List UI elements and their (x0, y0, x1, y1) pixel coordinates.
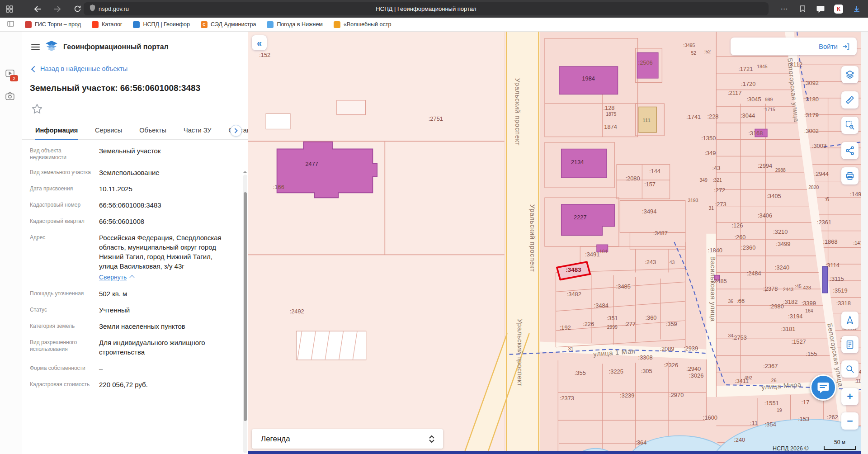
tab-Объекты[interactable]: Объекты (139, 127, 166, 134)
notification-badge: 2 (10, 75, 18, 81)
menu-hamburger[interactable] (31, 44, 40, 50)
tab-Информация[interactable]: Информация (35, 127, 78, 134)
map-tool-share-button[interactable] (841, 142, 859, 159)
map-tool-layers-button[interactable] (841, 66, 859, 83)
zoom-out-button[interactable]: − (841, 412, 859, 430)
bookmark-item[interactable]: Каталог (92, 21, 122, 28)
chat-panel-icon[interactable] (813, 1, 828, 17)
bookmark-item[interactable]: ГИС Торги – прод (25, 21, 81, 28)
map-label: :277 (624, 321, 636, 327)
map-label: :2492 (290, 308, 304, 315)
map-label: :2089 (660, 345, 674, 352)
map-label: :2485 (712, 278, 727, 284)
map-label: :3484 (594, 302, 609, 309)
map-label: :149 (850, 191, 861, 198)
map-label: :117 (854, 378, 861, 383)
map-label: 3193 (688, 198, 698, 203)
legend-bar[interactable]: Легенда (252, 429, 443, 449)
map-tool-search-button[interactable] (841, 360, 859, 378)
map-label: :3182 (783, 298, 797, 305)
bookmark-favicon (25, 21, 32, 28)
map-label: :305 (641, 368, 652, 374)
bookmark-item[interactable]: ССЭД Администра (201, 21, 256, 28)
page-title-center: НСПД | Геоинформационный портал (84, 5, 769, 12)
map-label: :262 (827, 414, 838, 421)
info-row: Форма собственности– (30, 364, 223, 373)
bookmark-flag-icon[interactable] (795, 1, 810, 17)
map-label: :3239 (620, 392, 634, 399)
info-row: Кадастровый квартал66:56:0601008 (30, 217, 223, 226)
map-label: :3491 (585, 251, 599, 258)
address-bar[interactable]: НСПД | Геоинформационный портал nspd.gov… (84, 2, 769, 15)
back-button[interactable] (30, 1, 45, 17)
map-label: :1551 (764, 400, 779, 407)
map-label: :1720 (741, 80, 755, 87)
scrollbar-thumb[interactable] (244, 192, 247, 421)
scale-label: 50 м (824, 439, 856, 445)
scrollbar-up-arrow[interactable] (243, 169, 247, 173)
map-tool-ruler-button[interactable] (841, 91, 859, 109)
downloads-icon[interactable] (849, 1, 864, 17)
map-tool-identify-button[interactable] (841, 336, 859, 353)
screenshot-icon[interactable] (5, 92, 14, 102)
info-row: Дата присвоения10.11.2025 (30, 184, 223, 194)
map-label: :3399 (802, 300, 816, 307)
refresh-button[interactable] (70, 1, 85, 17)
info-row: Категория земельЗемли населенных пунктов (30, 322, 223, 331)
cadastral-map-svg[interactable]: :152:27512477:166:2492Уральский проспект… (248, 32, 861, 454)
zoom-in-button[interactable]: + (841, 388, 859, 405)
map-label: :2980 (769, 303, 784, 310)
map-tool-area-search-button[interactable] (841, 117, 859, 134)
tab-Сервисы[interactable]: Сервисы (95, 127, 122, 134)
collapse-panel-button[interactable]: « (252, 35, 267, 50)
map-tool-print-button[interactable] (841, 167, 859, 184)
panel-scrollbar[interactable] (243, 175, 247, 453)
kaspersky-icon[interactable]: К (831, 1, 846, 17)
login-bar[interactable]: Войти (731, 38, 857, 55)
map-tool-locate-button[interactable] (841, 312, 859, 329)
map-label: :157 (644, 181, 656, 188)
bookmark-item[interactable]: НСПД | Геоинфор (133, 21, 190, 28)
map-label: Уральский проспект (529, 204, 536, 272)
back-to-results-link[interactable]: Назад в найденные объекты (32, 65, 248, 72)
portal-logo (46, 41, 57, 53)
map-label: :1715 (764, 107, 775, 112)
map-label: :3405 (767, 193, 781, 199)
map-label: :3225 (609, 369, 623, 375)
map-label: :355 (575, 369, 586, 376)
map[interactable]: :152:27512477:166:2492Уральский проспект… (248, 32, 861, 454)
bookmark-item[interactable]: Погода в Нижнем (267, 21, 323, 28)
forward-button[interactable] (50, 1, 65, 17)
info-row: Кадастровая стоимость220 056,72 руб. (30, 380, 223, 389)
map-label: :2378 (763, 285, 778, 292)
map-label: 2227 (574, 214, 587, 221)
bookmark-item[interactable]: «Волшебный остр (334, 21, 391, 28)
assistant-chat-button[interactable] (810, 374, 836, 401)
tab-Части ЗУ[interactable]: Части ЗУ (184, 127, 212, 134)
map-label: 31 (709, 206, 714, 211)
map-label: Уральский проспект (516, 319, 524, 387)
sidebar-toggle-icon[interactable] (7, 20, 14, 28)
search-icon (845, 364, 855, 374)
map-label: :17 (801, 399, 809, 406)
bookmark-favicon (133, 21, 140, 28)
map-label: :3318 (836, 300, 851, 307)
chevron-up-icon (130, 275, 135, 280)
page-scrollbar-strip[interactable] (861, 32, 868, 454)
favorite-star-icon[interactable] (31, 103, 43, 115)
map-label: :3519 (833, 287, 847, 294)
map-label: 2443 (783, 287, 793, 292)
tab-grid-icon[interactable] (2, 1, 17, 17)
map-label: :359 (666, 321, 677, 327)
tabs-more-button[interactable] (230, 125, 242, 137)
collapse-address-link[interactable]: Свернуть (99, 273, 127, 282)
map-label: :147 (854, 241, 861, 246)
map-label: :1741 (686, 114, 701, 120)
map-label: :3210 (773, 228, 788, 235)
site-shield-icon[interactable] (90, 5, 95, 13)
more-menu-icon[interactable]: ⋯ (777, 1, 792, 17)
map-label: :228 (708, 113, 719, 120)
browser-side-strip: 2 + ⋯ (0, 32, 23, 454)
map-label: :349 (704, 150, 716, 156)
identify-icon (845, 340, 855, 350)
